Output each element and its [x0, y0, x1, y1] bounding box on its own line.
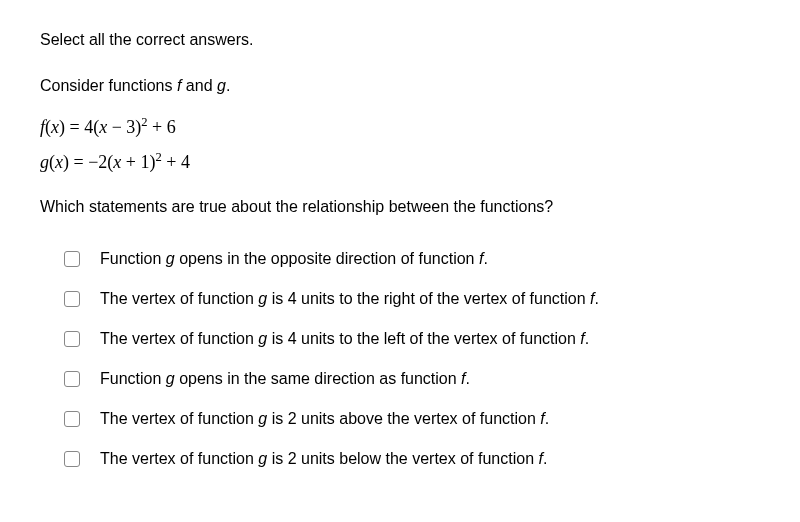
- option-checkbox-1[interactable]: [64, 291, 80, 307]
- opt2-g: g: [258, 330, 267, 347]
- equation-f: f(x) = 4(x − 3)2 + 6: [40, 112, 760, 143]
- eq2-tail: + 4: [162, 152, 190, 172]
- opt4-mid: is 2 units above the vertex of function: [267, 410, 540, 427]
- option-checkbox-3[interactable]: [64, 371, 80, 387]
- eq2-func: g: [40, 152, 49, 172]
- option-text-2: The vertex of function g is 4 units to t…: [100, 327, 589, 351]
- option-text-0: Function g opens in the opposite directi…: [100, 247, 488, 271]
- option-checkbox-5[interactable]: [64, 451, 80, 467]
- option-row: Function g opens in the same direction a…: [64, 367, 760, 391]
- opt2-pre: The vertex of function: [100, 330, 258, 347]
- option-text-1: The vertex of function g is 4 units to t…: [100, 287, 599, 311]
- opt0-mid: opens in the opposite direction of funct…: [175, 250, 479, 267]
- options-list: Function g opens in the opposite directi…: [40, 247, 760, 471]
- option-row: Function g opens in the opposite directi…: [64, 247, 760, 271]
- opt2-post: .: [585, 330, 589, 347]
- opt4-g: g: [258, 410, 267, 427]
- eq2-rest: + 1): [121, 152, 155, 172]
- eq1-rest: − 3): [107, 117, 141, 137]
- opt3-g: g: [166, 370, 175, 387]
- question-text: Which statements are true about the rela…: [40, 195, 760, 219]
- opt1-mid: is 4 units to the right of the vertex of…: [267, 290, 590, 307]
- prompt-prefix: Consider functions: [40, 77, 177, 94]
- prompt-mid: and: [181, 77, 217, 94]
- opt0-post: .: [483, 250, 487, 267]
- eq2-close: ) = −2(: [63, 152, 113, 172]
- opt3-mid: opens in the same direction as function: [175, 370, 461, 387]
- option-checkbox-0[interactable]: [64, 251, 80, 267]
- opt1-post: .: [595, 290, 599, 307]
- option-text-3: Function g opens in the same direction a…: [100, 367, 470, 391]
- opt3-pre: Function: [100, 370, 166, 387]
- opt1-pre: The vertex of function: [100, 290, 258, 307]
- option-text-4: The vertex of function g is 2 units abov…: [100, 407, 549, 431]
- option-text-5: The vertex of function g is 2 units belo…: [100, 447, 547, 471]
- opt5-post: .: [543, 450, 547, 467]
- opt0-pre: Function: [100, 250, 166, 267]
- eq2-var: x: [55, 152, 63, 172]
- opt2-mid: is 4 units to the left of the vertex of …: [267, 330, 580, 347]
- prompt-g: g: [217, 77, 226, 94]
- eq1-var2: x: [99, 117, 107, 137]
- instruction-text: Select all the correct answers.: [40, 28, 760, 52]
- eq1-close: ) = 4(: [59, 117, 99, 137]
- opt3-post: .: [466, 370, 470, 387]
- equations-block: f(x) = 4(x − 3)2 + 6 g(x) = −2(x + 1)2 +…: [40, 112, 760, 177]
- option-checkbox-2[interactable]: [64, 331, 80, 347]
- opt0-g: g: [166, 250, 175, 267]
- eq1-tail: + 6: [148, 117, 176, 137]
- equation-g: g(x) = −2(x + 1)2 + 4: [40, 147, 760, 178]
- option-checkbox-4[interactable]: [64, 411, 80, 427]
- option-row: The vertex of function g is 2 units belo…: [64, 447, 760, 471]
- option-row: The vertex of function g is 2 units abov…: [64, 407, 760, 431]
- opt5-g: g: [258, 450, 267, 467]
- eq1-var: x: [51, 117, 59, 137]
- opt1-g: g: [258, 290, 267, 307]
- prompt-suffix: .: [226, 77, 230, 94]
- opt5-mid: is 2 units below the vertex of function: [267, 450, 538, 467]
- prompt-text: Consider functions f and g.: [40, 74, 760, 98]
- option-row: The vertex of function g is 4 units to t…: [64, 327, 760, 351]
- opt4-post: .: [545, 410, 549, 427]
- opt5-pre: The vertex of function: [100, 450, 258, 467]
- option-row: The vertex of function g is 4 units to t…: [64, 287, 760, 311]
- opt4-pre: The vertex of function: [100, 410, 258, 427]
